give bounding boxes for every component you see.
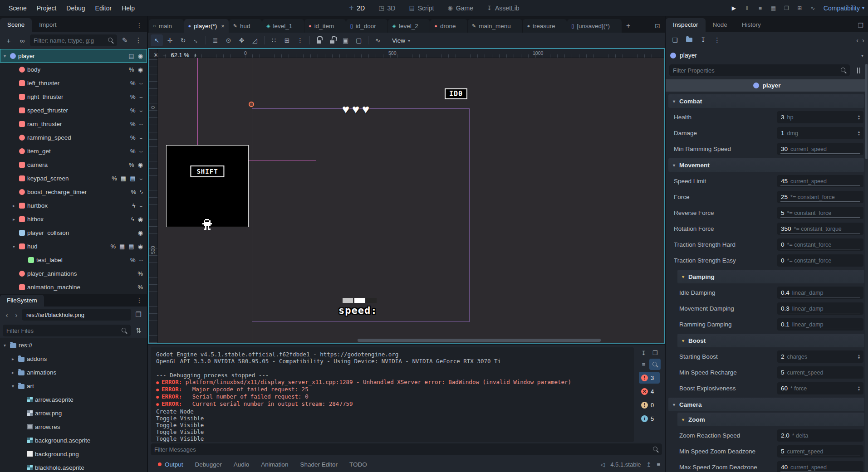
toolbar-button[interactable]: ↻ xyxy=(177,34,189,46)
scene-tab[interactable]: ◈ level_2 × xyxy=(388,19,430,33)
dock-tab[interactable]: Inspector xyxy=(666,18,706,32)
scrollbar-thumb[interactable] xyxy=(865,64,868,159)
output-tool-button[interactable] xyxy=(649,359,661,370)
dock-tab[interactable]: Scene xyxy=(0,18,32,32)
section-header[interactable]: ▾ Boost xyxy=(677,334,864,347)
toolbar-button[interactable]: ∿ xyxy=(372,34,384,46)
property-value-field[interactable]: 5 current_speed ▴▾ xyxy=(777,366,863,379)
chevron-down-icon[interactable]: ▾ xyxy=(673,163,675,168)
signal-icon[interactable]: ϟ xyxy=(140,189,143,195)
file-tree-row[interactable]: arrow.aseprite xyxy=(0,393,147,406)
property-value-field[interactable]: 0 *= constant_force ▴▾ xyxy=(777,254,863,267)
sort-files-icon[interactable]: ⇅ xyxy=(132,325,144,336)
workspace-button[interactable]: ◳ 3D xyxy=(373,2,401,14)
bottom-panel-tab[interactable]: Animation xyxy=(255,459,294,470)
toolbar-button[interactable]: ⋮ xyxy=(294,34,306,46)
view-menu-button[interactable]: View ▾ xyxy=(387,37,416,44)
chevron-down-icon[interactable]: ▾ xyxy=(682,417,684,422)
eye-closed-icon[interactable]: ⌣ xyxy=(139,94,143,100)
eye-closed-icon[interactable]: ⌣ xyxy=(139,121,143,127)
output-log[interactable]: Godot Engine v4.5.1.stable.official.f62f… xyxy=(151,347,634,442)
property-value-field[interactable]: 40 current_speed ▴▾ xyxy=(777,461,863,472)
scene-tab[interactable]: ○ main × xyxy=(149,19,184,33)
current-path[interactable]: res://art/blackhole.png xyxy=(22,309,131,321)
history-forward-icon[interactable]: › xyxy=(862,36,864,44)
property-value-field[interactable]: 45 current_speed ▴▾ xyxy=(777,175,863,187)
history-back-icon[interactable]: ‹ xyxy=(856,36,858,44)
property-value-field[interactable]: 30 current_speed ▴▾ xyxy=(777,143,863,155)
output-tool-button[interactable]: ❐ xyxy=(649,347,661,359)
script-icon[interactable]: ▤ xyxy=(128,243,134,249)
toolbar-button[interactable] xyxy=(309,36,310,44)
property-value-field[interactable]: 350 *= constant_torque ▴▾ xyxy=(777,223,863,235)
toolbar-button[interactable]: ◿ xyxy=(249,34,261,46)
menu-item[interactable]: Project xyxy=(32,2,62,14)
percent-icon[interactable]: % xyxy=(131,189,137,195)
zoom-level[interactable]: 62.1 % xyxy=(171,52,189,58)
property-filter-input[interactable] xyxy=(673,67,838,74)
percent-icon[interactable]: % xyxy=(130,94,136,100)
property-value-field[interactable]: 2.0 * delta ▴▾ xyxy=(777,429,863,442)
toolbar-button[interactable]: ▢ xyxy=(353,34,365,46)
signal-icon[interactable]: ϟ xyxy=(131,216,134,222)
spinner-arrows[interactable]: ▴▾ xyxy=(858,115,860,120)
scene-tree-row[interactable]: player_collision ◉ xyxy=(0,226,147,239)
playbar-button[interactable]: ▦ xyxy=(767,2,780,14)
section-header[interactable]: ▾ Zoom xyxy=(677,413,864,426)
percent-icon[interactable]: % xyxy=(129,67,134,73)
expand-arrow-icon[interactable]: ▾ xyxy=(2,343,8,348)
eye-closed-icon[interactable]: ⌣ xyxy=(139,107,143,113)
scene-tree-row[interactable]: ram_thruster %⌣ xyxy=(0,117,147,131)
percent-icon[interactable]: % xyxy=(130,107,136,113)
expand-arrow-icon[interactable]: ▸ xyxy=(11,217,17,222)
property-value-field[interactable]: 5 *= constant_force ▴▾ xyxy=(777,207,863,219)
property-value-field[interactable]: 1 dmg ▴▾ xyxy=(777,127,863,139)
property-value-field[interactable]: 2 charges ▴▾ xyxy=(777,350,863,363)
scene-tab[interactable]: ● drone × xyxy=(430,19,467,33)
scene-tree-row[interactable]: item_get %⌣ xyxy=(0,144,147,158)
scene-tree-row[interactable]: keypad_screen %▦▤⌣ xyxy=(0,171,147,185)
toolbar-button[interactable] xyxy=(206,36,206,44)
log-filter-badge[interactable]: ✕ 4 xyxy=(639,385,660,397)
vertical-ruler[interactable]: 0500 xyxy=(149,58,158,343)
expand-arrow-icon[interactable]: ▾ xyxy=(2,54,8,58)
spinner-arrows[interactable]: ▴▾ xyxy=(858,131,860,136)
close-icon[interactable]: × xyxy=(221,23,225,29)
canvas-2d[interactable]: ID0 ♥♥♥ SHIFT speed: xyxy=(158,58,664,343)
chevron-down-icon[interactable]: ▾ xyxy=(861,53,863,58)
workspace-button[interactable]: ▤ Script xyxy=(403,2,439,14)
audio-mute-icon[interactable]: ◁ xyxy=(600,461,605,468)
toggle-split-icon[interactable]: ❐ xyxy=(132,309,144,321)
scene-tree-row[interactable]: animation_machine % xyxy=(0,280,147,294)
toolbar-button[interactable]: ↔ xyxy=(190,34,202,46)
playbar-button[interactable]: ■ xyxy=(754,2,766,14)
dock-layout-icon[interactable]: ❐ xyxy=(853,19,868,32)
expand-arrow-icon[interactable]: ▾ xyxy=(11,244,17,249)
percent-icon[interactable]: % xyxy=(130,257,136,263)
toolbar-button[interactable] xyxy=(326,34,338,46)
dock-tab[interactable]: Node xyxy=(706,18,735,32)
percent-icon[interactable]: % xyxy=(111,243,116,249)
eye-closed-icon[interactable]: ⌣ xyxy=(139,257,143,263)
bottom-panel-tab[interactable]: TODO xyxy=(344,459,373,470)
eye-icon[interactable]: ◉ xyxy=(138,162,143,168)
spinner-arrows[interactable]: ▴▾ xyxy=(858,386,860,391)
distraction-free-icon[interactable]: ⊡ xyxy=(650,19,665,33)
property-value-field[interactable]: 5 current_speed ▴▾ xyxy=(777,445,863,457)
spinner-arrows[interactable]: ▴▾ xyxy=(858,354,860,360)
scene-tab[interactable]: ● treasure × xyxy=(523,19,567,33)
scene-tab[interactable]: ● player(*) × xyxy=(184,19,229,33)
scene-filter-input[interactable] xyxy=(34,37,105,44)
inspector-scrollbar[interactable] xyxy=(865,64,868,472)
scene-tree-row[interactable]: left_thruster %⌣ xyxy=(0,76,147,90)
file-tree-row[interactable]: ▸ animations xyxy=(0,365,147,379)
inspector-tool-button[interactable] xyxy=(683,34,695,46)
grid-icon[interactable]: ▦ xyxy=(119,243,125,249)
inspector-tool-button[interactable]: ↧ xyxy=(697,34,709,46)
eye-icon[interactable]: ◉ xyxy=(138,243,143,249)
attach-script-icon[interactable]: ✎ xyxy=(119,34,131,46)
pin-panel-icon[interactable]: ↥ xyxy=(647,461,652,468)
toolbar-button[interactable]: ⊞ xyxy=(281,34,293,46)
scene-tree-row[interactable]: camera %◉ xyxy=(0,158,147,171)
toolbar-button[interactable] xyxy=(264,36,265,44)
